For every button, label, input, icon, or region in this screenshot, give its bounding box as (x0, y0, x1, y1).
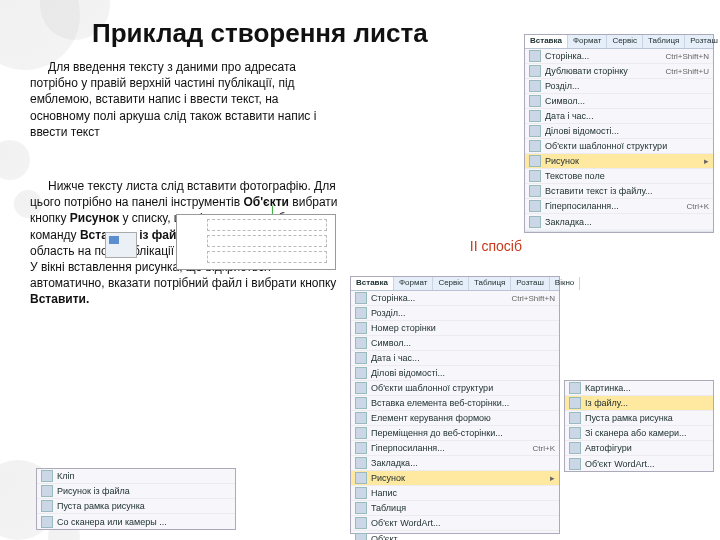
menu-item-label: Таблиця (371, 503, 406, 513)
menu-item-icon (355, 382, 367, 394)
menu-item-icon (569, 427, 581, 439)
menu-item-icon (41, 516, 53, 528)
menu-item[interactable]: Рисунок із файла (37, 484, 235, 499)
menu-item-label: Вставка елемента веб-сторінки... (371, 398, 509, 408)
menu-item-label: Символ... (371, 338, 411, 348)
menu-item-icon (355, 533, 367, 541)
menu-item[interactable]: Із файлу... (565, 396, 713, 411)
menu-item[interactable]: Закладка... (351, 456, 559, 471)
menu-item-icon (355, 337, 367, 349)
menu-item[interactable]: Зі сканера або камери... (565, 426, 713, 441)
menu-item-icon (355, 412, 367, 424)
menu-item[interactable]: Елемент керування формою (351, 411, 559, 426)
menu-item[interactable]: Кліп (37, 469, 235, 484)
submenu-arrow-icon: ▸ (550, 473, 555, 483)
menu-item[interactable]: Розділ... (351, 306, 559, 321)
menu-item-icon (355, 397, 367, 409)
menu-item-label: Об'єкт WordArt... (371, 518, 440, 528)
menu-item[interactable]: Дата і час... (351, 351, 559, 366)
menu-item-hotkey: Ctrl+K (533, 444, 555, 453)
menu-item[interactable]: Об'єкт... (351, 531, 559, 540)
clipart-menu: КліпРисунок із файлаПуста рамка рисункаС… (36, 468, 236, 530)
menu-item-label: Кліп (57, 471, 74, 481)
menu-item[interactable]: Об'єкт WordArt... (565, 456, 713, 471)
menu-item-label: Картинка... (585, 383, 631, 393)
menu-item-icon (355, 442, 367, 454)
menu-item-label: Об'єкти шаблонної структури (371, 383, 493, 393)
menu-item[interactable]: Символ... (351, 336, 559, 351)
menu-item-icon (355, 517, 367, 529)
menu-item-label: Розділ... (371, 308, 405, 318)
menu-item-label: Переміщення до веб-сторінки... (371, 428, 503, 438)
menu-item-icon (41, 470, 53, 482)
menu-item-label: Із файлу... (585, 398, 628, 408)
menu-item-label: Пуста рамка рисунка (585, 413, 673, 423)
menu-item-label: Пуста рамка рисунка (57, 501, 145, 511)
menu-item[interactable]: Со сканера или камеры ... (37, 514, 235, 529)
menu-item-icon (569, 412, 581, 424)
menu-item-icon (41, 485, 53, 497)
menu-item-label: Рисунок із файла (57, 486, 130, 496)
menu-item-icon (355, 322, 367, 334)
menu-item[interactable]: Таблиця (351, 501, 559, 516)
intro-paragraph: Для введення тексту з даними про адресат… (30, 59, 340, 140)
menu-item-icon (355, 472, 367, 484)
menu-item-icon (355, 307, 367, 319)
template-preview: I (176, 214, 336, 270)
menu-item-icon (355, 502, 367, 514)
menu-item[interactable]: Об'єкт WordArt... (351, 516, 559, 531)
menu-item-icon (355, 367, 367, 379)
menu-item-label: Ділові відомості... (371, 368, 445, 378)
menu-item-icon (355, 352, 367, 364)
menu-item-label: Об'єкт WordArt... (585, 459, 654, 469)
menu-item[interactable]: Рисунок▸ (351, 471, 559, 486)
menu-item[interactable]: Переміщення до веб-сторінки... (351, 426, 559, 441)
menu-item[interactable]: Ділові відомості... (351, 366, 559, 381)
menu-item[interactable]: Вставка елемента веб-сторінки... (351, 396, 559, 411)
method-label: ІІ спосіб (470, 238, 522, 254)
menu-item-icon (355, 457, 367, 469)
menu-item-icon (569, 397, 581, 409)
menu-item[interactable]: Номер сторінки (351, 321, 559, 336)
textbox-template-thumb (105, 232, 137, 258)
menu-item[interactable]: Пуста рамка рисунка (565, 411, 713, 426)
picture-submenu: Картинка...Із файлу...Пуста рамка рисунк… (564, 380, 714, 472)
insert-menu-main: ВставкаФорматСервісТаблицяРозташВікно Ст… (350, 276, 560, 534)
menu-item-label: Со сканера или камеры ... (57, 517, 167, 527)
menu-item[interactable]: Автофігури (565, 441, 713, 456)
menu-item-label: Гіперпосилання... (371, 443, 445, 453)
page-title: Приклад створення листа (92, 18, 720, 49)
menu-item-label: Номер сторінки (371, 323, 436, 333)
menu-item-icon (41, 500, 53, 512)
menu-item-icon (569, 442, 581, 454)
menu-item-icon (355, 427, 367, 439)
menu-item-label: Дата і час... (371, 353, 420, 363)
menu-item-label: Закладка... (371, 458, 418, 468)
menu-item-label: Напис (371, 488, 397, 498)
menu-item-icon (569, 458, 581, 470)
menu-item-label: Рисунок (371, 473, 405, 483)
menu-item[interactable]: Пуста рамка рисунка (37, 499, 235, 514)
menu-item[interactable]: Об'єкти шаблонної структури (351, 381, 559, 396)
menu-item-icon (355, 487, 367, 499)
menu-item-label: Автофігури (585, 443, 632, 453)
menu-item[interactable]: Напис (351, 486, 559, 501)
menu-item-label: Об'єкт... (371, 534, 404, 541)
menu-item[interactable]: Гіперпосилання...Ctrl+K (351, 441, 559, 456)
menu-item-label: Елемент керування формою (371, 413, 491, 423)
menu-item-label: Зі сканера або камери... (585, 428, 687, 438)
menu-item-icon (569, 382, 581, 394)
menu-item[interactable]: Картинка... (565, 381, 713, 396)
